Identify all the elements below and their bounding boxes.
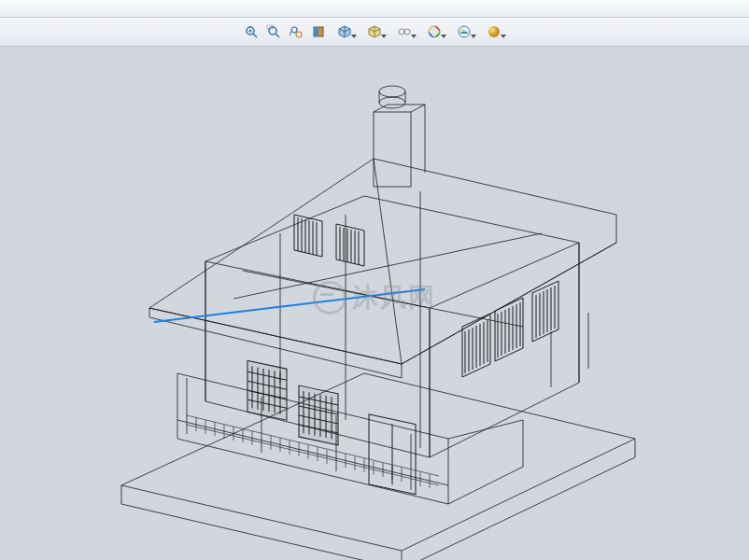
svg-point-4 [269,27,276,35]
svg-point-17 [488,26,500,37]
display-style-button[interactable] [361,22,388,41]
section-view-button[interactable] [309,22,328,41]
svg-line-117 [154,289,425,322]
chevron-down-icon [471,35,476,38]
zoom-area-button[interactable] [264,22,283,41]
svg-point-11 [399,29,404,35]
chevron-down-icon [381,35,387,38]
chevron-down-icon [351,35,357,38]
svg-line-115 [243,271,523,327]
svg-point-53 [379,86,405,97]
svg-line-1 [253,34,257,37]
edit-appearance-button[interactable] [421,22,447,41]
model-viewport[interactable]: 沐风网 [0,47,749,560]
apply-scene-button[interactable] [451,22,477,41]
svg-line-47 [411,105,425,112]
window-titlebar [0,0,749,18]
svg-point-8 [296,32,302,37]
chevron-down-icon [501,35,506,38]
svg-rect-65 [299,385,338,445]
view-orientation-button[interactable] [332,22,358,41]
chevron-down-icon [441,35,446,38]
zoom-fit-button[interactable] [242,22,261,41]
svg-line-116 [233,233,542,299]
hide-show-button[interactable] [391,22,417,41]
svg-rect-54 [247,360,287,420]
svg-rect-45 [374,112,411,187]
view-settings-button[interactable] [481,22,507,41]
svg-point-12 [404,29,410,35]
wireframe-house-icon [0,47,749,560]
svg-point-16 [461,29,464,32]
chevron-down-icon [411,35,417,38]
view-toolbar [0,18,749,47]
svg-point-7 [291,27,297,33]
svg-line-5 [276,34,279,37]
svg-point-50 [379,97,405,108]
svg-rect-10 [314,27,318,36]
previous-view-button[interactable] [287,22,305,41]
